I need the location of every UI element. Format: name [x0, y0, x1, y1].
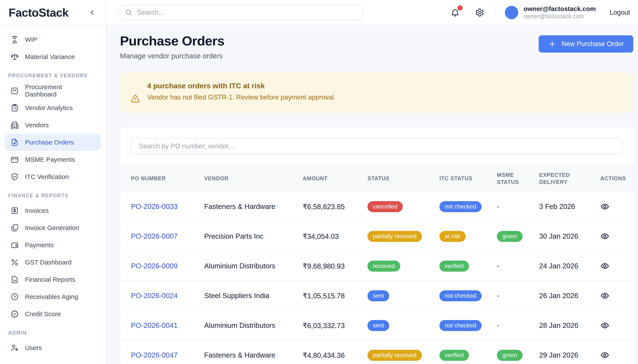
view-button[interactable]: [600, 262, 609, 270]
amount-cell: ₹6,58,623.85: [303, 202, 368, 211]
banner-title: 4 purchase orders with ITC at risk: [147, 82, 336, 90]
sidebar-item-msme-payments[interactable]: MSME Payments: [5, 151, 101, 168]
amount-cell: ₹6,03,332.73: [303, 321, 368, 330]
avatar[interactable]: [505, 6, 518, 19]
new-purchase-order-button[interactable]: New Purchase Order: [539, 35, 633, 52]
sidebar-collapse-button[interactable]: [88, 8, 96, 16]
sidebar-item-invoices[interactable]: Invoices: [5, 202, 101, 219]
notification-dot: [458, 6, 463, 10]
itc-risk-banner: 4 purchase orders with ITC at risk Vendo…: [120, 72, 633, 113]
col-itc-status: ITC STATUS: [440, 175, 497, 182]
wallet-icon: [10, 241, 19, 250]
sidebar-item-label: Procurement Dashboard: [25, 83, 95, 98]
logout-button[interactable]: Logout: [610, 8, 630, 16]
po-number-link[interactable]: PO-2026-0033: [131, 202, 178, 210]
msme-status-cell: -: [497, 321, 539, 330]
purchase-orders-card: PO NUMBER VENDOR AMOUNT STATUS ITC STATU…: [120, 127, 633, 364]
plus-icon: [548, 40, 556, 48]
sidebar-item-label: Vendor Analytics: [25, 104, 73, 112]
msme-status-badge: green: [497, 231, 522, 242]
view-button[interactable]: [600, 321, 609, 330]
view-button[interactable]: [600, 202, 609, 211]
po-number-link[interactable]: PO-2026-0047: [131, 351, 178, 359]
po-number-link[interactable]: PO-2026-0041: [131, 321, 178, 329]
itc-status-badge: not checked: [440, 320, 482, 331]
credit-card-icon: [10, 155, 19, 164]
global-search: [118, 4, 364, 20]
clipboard-list-icon: [10, 104, 19, 112]
msme-status-badge: green: [497, 350, 522, 361]
file-chart-icon: [10, 275, 19, 284]
sidebar-item-payments[interactable]: Payments: [5, 236, 101, 254]
sidebar-section-admin: ADMIN: [8, 330, 101, 336]
delivery-cell: 29 Jan 2026: [539, 351, 600, 359]
vendor-cell: Precision Parts Inc: [204, 232, 303, 240]
itc-status-badge: verified: [440, 260, 469, 272]
amount-cell: ₹4,80,434.36: [303, 351, 368, 360]
delivery-cell: 24 Jan 2026: [539, 262, 600, 270]
view-button[interactable]: [600, 351, 609, 360]
notifications-button[interactable]: [450, 8, 460, 17]
user-email: owner@factostack.com: [524, 13, 596, 20]
sidebar-item-vendors[interactable]: Vendors: [5, 116, 101, 134]
po-number-link[interactable]: PO-2026-0009: [131, 262, 178, 270]
itc-status-badge: not checked: [440, 201, 482, 212]
table-row: PO-2026-0024 Steel Suppliers India ₹1,05…: [120, 281, 633, 311]
msme-status-cell: -: [497, 262, 539, 270]
scale-icon: [10, 52, 19, 61]
sidebar-item-vendor-analytics[interactable]: Vendor Analytics: [5, 99, 101, 116]
sidebar-item-purchase-orders[interactable]: Purchase Orders: [5, 134, 101, 151]
global-search-input[interactable]: [137, 8, 357, 16]
status-badge: received: [368, 260, 400, 272]
sidebar-item-material-variance[interactable]: Material Variance: [5, 48, 101, 66]
new-purchase-order-label: New Purchase Order: [562, 40, 624, 48]
user-info: owner@factostack.com owner@factostack.co…: [524, 5, 596, 20]
sidebar-item-label: WIP: [25, 36, 37, 43]
delivery-cell: 26 Jan 2026: [539, 292, 600, 300]
settings-button[interactable]: [475, 8, 484, 17]
eye-icon: [600, 321, 609, 330]
sidebar-section-procurement: PROCUREMENT & VENDORS: [8, 73, 101, 78]
sidebar-item-wip[interactable]: WIP: [5, 31, 101, 48]
sidebar-item-label: Invoices: [25, 207, 49, 214]
col-amount: AMOUNT: [303, 175, 368, 182]
sidebar-item-procurement-dashboard[interactable]: Procurement Dashboard: [5, 82, 101, 99]
sidebar-item-users[interactable]: Users: [5, 339, 101, 356]
status-badge: sent: [368, 290, 389, 301]
hourglass-icon: [10, 35, 19, 44]
delivery-cell: 28 Jan 2026: [539, 321, 600, 330]
col-po-number: PO NUMBER: [131, 175, 204, 182]
app-logo: FactoStack: [8, 6, 68, 19]
vendor-cell: Fasteners & Hardware: [204, 202, 303, 211]
col-actions: ACTIONS: [600, 175, 633, 182]
sidebar-item-invoice-generation[interactable]: Invoice Generation: [5, 219, 101, 236]
status-badge: sent: [368, 320, 389, 331]
sidebar-item-label: Purchase Orders: [25, 139, 74, 146]
sidebar-item-gst-dashboard[interactable]: GST Dashboard: [5, 254, 101, 271]
table-header: PO NUMBER VENDOR AMOUNT STATUS ITC STATU…: [120, 165, 633, 192]
eye-icon: [600, 351, 609, 360]
sidebar-item-financial-reports[interactable]: Financial Reports: [5, 271, 101, 288]
status-badge: cancelled: [368, 201, 403, 212]
itc-status-badge: verified: [440, 350, 469, 361]
table-row: PO-2026-0009 Aluminium Distributors ₹9,6…: [120, 251, 633, 281]
view-button[interactable]: [600, 232, 609, 241]
badge-check-icon: [10, 310, 19, 318]
vendor-cell: Steel Suppliers India: [204, 292, 303, 300]
sidebar-item-credit-score[interactable]: Credit Score: [5, 306, 101, 323]
sidebar-item-itc-verification[interactable]: ITC Verification: [5, 168, 101, 186]
receipt-icon: [10, 206, 19, 215]
sidebar-item-label: Credit Score: [25, 310, 61, 318]
sidebar-item-receivables-aging[interactable]: Receivables Aging: [5, 288, 101, 306]
gear-icon: [475, 8, 484, 17]
po-search-input[interactable]: [131, 138, 622, 155]
itc-status-badge: not checked: [440, 290, 482, 301]
eye-icon: [600, 262, 609, 270]
msme-status-cell: -: [497, 202, 539, 211]
table-row: PO-2026-0007 Precision Parts Inc ₹34,054…: [120, 222, 633, 251]
sidebar-item-label: ITC Verification: [25, 173, 69, 180]
po-number-link[interactable]: PO-2026-0007: [131, 232, 178, 240]
shield-check-icon: [10, 172, 19, 181]
po-number-link[interactable]: PO-2026-0024: [131, 292, 178, 300]
view-button[interactable]: [600, 291, 609, 300]
